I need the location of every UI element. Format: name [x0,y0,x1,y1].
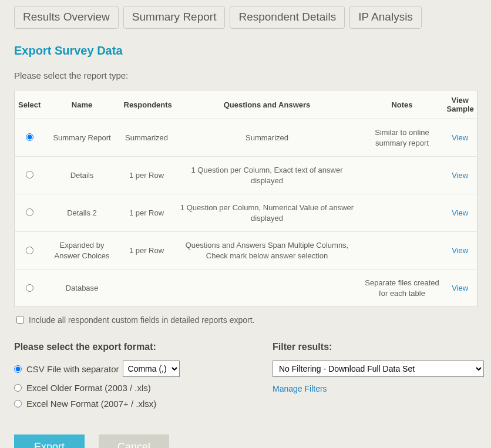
row-notes [361,157,443,194]
report-radio-details[interactable] [26,171,33,178]
filter-select[interactable]: No Filtering - Download Full Data Set [273,361,484,377]
col-qa: Questions and Answers [173,90,361,119]
row-name: Summary Report [44,119,120,157]
row-name: Details 2 [44,194,120,232]
row-respondents: 1 per Row [120,232,173,270]
table-row: Details 2 1 per Row 1 Question per Colum… [15,194,477,232]
report-radio-database[interactable] [26,284,33,292]
row-respondents [120,270,173,307]
view-sample-link[interactable]: View [452,246,468,255]
report-radio-details2[interactable] [26,208,33,216]
row-qa: 1 Question per Column, Exact text of ans… [173,157,361,194]
row-notes [361,232,443,270]
report-radio-expanded[interactable] [26,247,33,254]
row-respondents: 1 per Row [120,194,173,232]
view-sample-link[interactable]: View [452,208,468,217]
row-name: Expanded by Answer Choices [44,232,120,270]
format-excel-new-radio[interactable] [14,400,22,407]
cancel-button[interactable]: Cancel [99,434,169,448]
manage-filters-link[interactable]: Manage Filters [273,384,327,393]
format-excel-old-label: Excel Older Format (2003 / .xls) [26,383,151,393]
row-notes: Similar to online summary report [361,119,443,157]
tabs-bar: Results Overview Summary Report Responde… [14,6,477,29]
col-select: Select [15,90,44,119]
col-name: Name [44,90,120,119]
include-custom-fields-label: Include all respondent custom fields in … [29,315,254,325]
report-radio-summary[interactable] [26,133,33,141]
view-sample-link[interactable]: View [452,284,468,292]
format-excel-old-radio[interactable] [14,384,22,392]
tab-ip-analysis[interactable]: IP Analysis [349,6,422,29]
row-qa: 1 Question per Column, Numerical Value o… [173,194,361,232]
filter-heading: Filter results: [273,342,484,352]
include-custom-fields-checkbox[interactable] [16,316,24,324]
row-qa [173,270,361,307]
tab-respondent-details[interactable]: Respondent Details [230,6,345,29]
row-notes [361,194,443,232]
tab-results-overview[interactable]: Results Overview [14,6,119,29]
row-notes: Separate files created for each table [361,270,443,307]
report-type-prompt: Please select the report type: [14,70,477,80]
row-name: Database [44,270,120,307]
col-notes: Notes [361,90,443,119]
row-name: Details [44,157,120,194]
col-respondents: Respondents [120,90,173,119]
table-row: Database Separate files created for each… [15,270,477,307]
format-csv-radio[interactable] [14,365,22,373]
view-sample-link[interactable]: View [452,171,468,180]
row-respondents: 1 per Row [120,157,173,194]
tab-summary-report[interactable]: Summary Report [123,6,226,29]
format-excel-new-label: Excel New Format (2007+ / .xlsx) [26,399,156,409]
csv-separator-select[interactable]: Comma (,) [123,361,180,377]
row-qa: Questions and Answers Span Multiple Colu… [173,232,361,270]
col-view-sample: View Sample [443,90,477,119]
report-type-table: Select Name Respondents Questions and An… [14,90,477,307]
page-title: Export Survey Data [14,44,477,58]
export-button[interactable]: Export [14,434,85,448]
row-respondents: Summarized [120,119,173,157]
export-format-heading: Please select the export format: [14,342,237,352]
row-qa: Summarized [173,119,361,157]
table-row: Summary Report Summarized Summarized Sim… [15,119,477,157]
table-row: Expanded by Answer Choices 1 per Row Que… [15,232,477,270]
view-sample-link[interactable]: View [452,133,468,142]
table-row: Details 1 per Row 1 Question per Column,… [15,157,477,194]
format-csv-label: CSV File with separator [26,364,119,374]
